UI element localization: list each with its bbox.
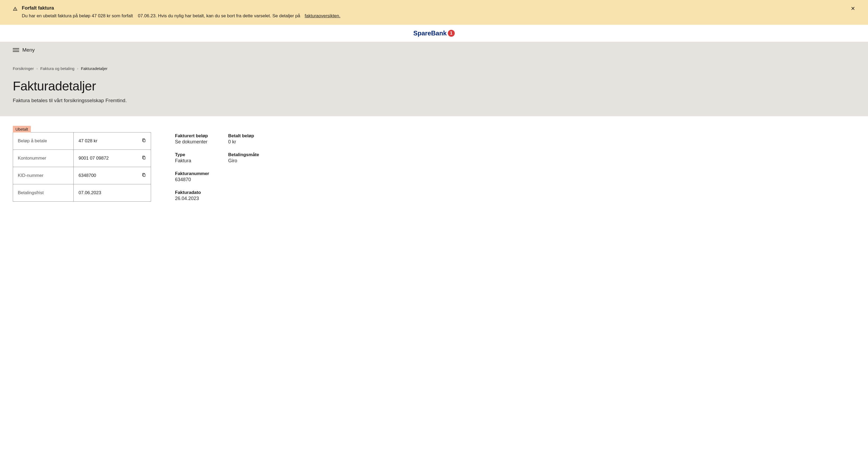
status-badge: Ubetalt bbox=[13, 126, 31, 132]
table-value: 6348700 bbox=[74, 167, 151, 184]
alert-title: Forfalt faktura bbox=[22, 5, 855, 11]
table-label: Kontonummer bbox=[13, 150, 74, 167]
info-block-fakturanummer: Fakturanummer 634870 bbox=[175, 171, 212, 182]
svg-rect-2 bbox=[143, 174, 145, 176]
table-label: KID-nummer bbox=[13, 167, 74, 184]
alert-content: Forfalt faktura Du har en ubetalt faktur… bbox=[22, 5, 855, 20]
table-label: Beløp å betale bbox=[13, 132, 74, 150]
right-column: Fakturert beløp Se dokumenter Betalt bel… bbox=[175, 126, 266, 202]
menu-label: Meny bbox=[22, 47, 35, 53]
hamburger-icon bbox=[13, 48, 19, 52]
page-title: Fakturadetaljer bbox=[13, 79, 855, 93]
logo-text: SpareBank bbox=[413, 30, 446, 37]
info-block-fakturert: Fakturert beløp Se dokumenter bbox=[175, 133, 212, 145]
info-label: Betalingsmåte bbox=[228, 152, 266, 157]
table-label: Betalingsfrist bbox=[13, 184, 74, 201]
breadcrumb: Forsikringer › Faktura og betaling › Fak… bbox=[13, 66, 855, 71]
table-value: 9001 07 09872 bbox=[74, 150, 151, 167]
breadcrumb-item-forsikringer[interactable]: Forsikringer bbox=[13, 66, 34, 71]
menu-bar: Meny bbox=[0, 42, 868, 58]
chevron-right-icon: › bbox=[77, 66, 78, 70]
info-label: Fakturanummer bbox=[175, 171, 212, 176]
info-block-type: Type Faktura bbox=[175, 152, 212, 163]
header-section: Forsikringer › Faktura og betaling › Fak… bbox=[0, 58, 868, 116]
alert-link[interactable]: fakturaoversikten. bbox=[305, 13, 340, 18]
alert-text-part1: Du har en ubetalt faktura på beløp 47 02… bbox=[22, 13, 133, 18]
info-label: Type bbox=[175, 152, 212, 157]
content-section: Ubetalt Beløp å betale 47 028 kr Kontonu… bbox=[0, 116, 868, 211]
table-row: KID-nummer 6348700 bbox=[13, 167, 151, 184]
logo-bar: SpareBank 1 bbox=[0, 25, 868, 42]
info-value: Faktura bbox=[175, 158, 212, 163]
info-block-fakturadato: Fakturadato 26.04.2023 bbox=[175, 190, 212, 201]
logo[interactable]: SpareBank 1 bbox=[413, 30, 455, 37]
table-row: Kontonummer 9001 07 09872 bbox=[13, 150, 151, 167]
menu-button[interactable]: Meny bbox=[13, 47, 35, 53]
info-block-empty bbox=[228, 171, 266, 182]
info-value: 26.04.2023 bbox=[175, 196, 212, 201]
page-subtitle: Faktura betales til vårt forsikringssels… bbox=[13, 98, 855, 103]
table-value: 47 028 kr bbox=[74, 132, 151, 150]
alert-text-part2: 07.06.23. Hvis du nylig har betalt, kan … bbox=[138, 13, 300, 18]
copy-icon[interactable] bbox=[142, 138, 146, 144]
info-label: Fakturert beløp bbox=[175, 133, 212, 139]
chevron-right-icon: › bbox=[36, 66, 37, 70]
breadcrumb-item-faktura[interactable]: Faktura og betaling bbox=[40, 66, 74, 71]
breadcrumb-current: Fakturadetaljer bbox=[81, 66, 107, 71]
info-label: Betalt beløp bbox=[228, 133, 266, 139]
info-block-betalt: Betalt beløp 0 kr bbox=[228, 133, 266, 145]
svg-rect-0 bbox=[143, 140, 145, 142]
alert-text: Du har en ubetalt faktura på beløp 47 02… bbox=[22, 12, 855, 20]
svg-rect-1 bbox=[143, 157, 145, 159]
left-column: Ubetalt Beløp å betale 47 028 kr Kontonu… bbox=[13, 126, 151, 202]
info-value: 634870 bbox=[175, 177, 212, 182]
info-label: Fakturadato bbox=[175, 190, 212, 195]
warning-icon bbox=[13, 6, 18, 12]
close-icon[interactable]: ✕ bbox=[851, 5, 855, 12]
alert-banner: Forfalt faktura Du har en ubetalt faktur… bbox=[0, 0, 868, 25]
logo-circle-icon: 1 bbox=[448, 30, 455, 37]
info-block-betalingsmate: Betalingsmåte Giro bbox=[228, 152, 266, 163]
copy-icon[interactable] bbox=[142, 172, 146, 179]
table-row: Betalingsfrist 07.06.2023 bbox=[13, 184, 151, 201]
info-value: Se dokumenter bbox=[175, 139, 212, 145]
info-value: 0 kr bbox=[228, 139, 266, 145]
details-table: Beløp å betale 47 028 kr Kontonummer 900… bbox=[13, 132, 151, 202]
info-value: Giro bbox=[228, 158, 266, 163]
copy-icon[interactable] bbox=[142, 155, 146, 161]
table-row: Beløp å betale 47 028 kr bbox=[13, 132, 151, 150]
table-value: 07.06.2023 bbox=[74, 184, 151, 201]
